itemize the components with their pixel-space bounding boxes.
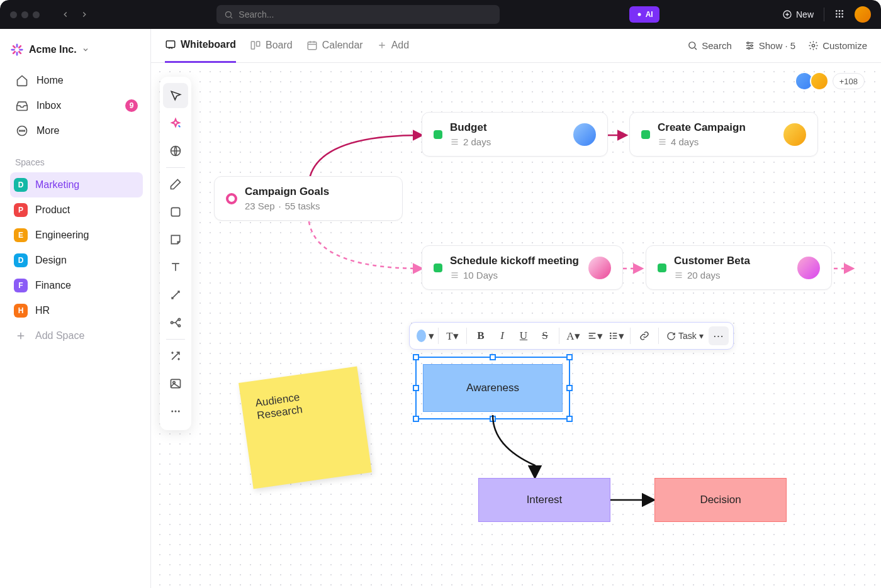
assignee-avatar[interactable] (588, 257, 611, 279)
selection[interactable]: Awareness (415, 357, 570, 419)
sliders-icon (744, 40, 755, 51)
svg-point-7 (839, 13, 841, 14)
list-button[interactable]: ▾ (606, 326, 626, 345)
card-create-campaign[interactable]: Create Campaign 4 days (629, 112, 818, 157)
view-show[interactable]: Show · 5 (744, 40, 795, 51)
svg-point-27 (171, 321, 173, 323)
font-family[interactable]: T▾ (442, 326, 463, 345)
link-button[interactable] (634, 326, 654, 345)
assignee-avatar[interactable] (783, 123, 806, 146)
underline-button[interactable]: U (513, 326, 534, 345)
italic-button[interactable]: I (492, 326, 512, 345)
svg-point-29 (178, 325, 180, 326)
gear-icon (808, 40, 819, 51)
svg-point-20 (689, 42, 695, 48)
tab-calendar[interactable]: Calendar (306, 29, 363, 63)
tool-pen[interactable] (163, 172, 188, 197)
svg-point-24 (812, 44, 815, 47)
collaborator-avatars[interactable]: +108 (799, 72, 865, 91)
shape-decision[interactable]: Decision (654, 478, 787, 522)
tool-magic[interactable] (163, 343, 188, 369)
whiteboard-canvas[interactable]: +108 Campaign Goals 23 Sep·55 (151, 63, 881, 588)
align-button[interactable]: ▾ (585, 326, 605, 345)
status-icon (434, 263, 442, 272)
tab-add[interactable]: Add (377, 29, 409, 63)
list-icon (450, 137, 459, 147)
window-controls[interactable] (10, 11, 40, 18)
nav-more[interactable]: More (10, 118, 143, 143)
logo-icon (10, 43, 24, 57)
tool-sticky[interactable] (163, 227, 188, 252)
svg-point-1 (637, 13, 641, 16)
titlebar: Search... AI New (0, 0, 881, 29)
svg-point-33 (175, 411, 177, 413)
shape-interest[interactable]: Interest (478, 478, 610, 522)
content: Whiteboard Board Calendar Add Search Sho… (151, 29, 881, 588)
space-label: Marketing (35, 179, 79, 191)
more-collaborators[interactable]: +108 (833, 73, 865, 89)
nav-forward[interactable] (75, 6, 94, 23)
apps-grid-icon[interactable] (834, 9, 845, 21)
workspace-switcher[interactable]: Acme Inc. (10, 40, 143, 68)
space-label: Finance (35, 280, 71, 291)
space-product[interactable]: PProduct (10, 197, 143, 223)
tool-connector[interactable] (163, 282, 188, 308)
tool-web[interactable] (163, 138, 188, 164)
ai-button[interactable]: AI (629, 6, 659, 23)
svg-point-35 (610, 333, 610, 333)
new-button[interactable]: New (782, 9, 814, 19)
space-marketing[interactable]: DMarketing (10, 172, 143, 197)
svg-point-37 (610, 338, 610, 338)
spaces-header: Spaces (10, 143, 143, 172)
strike-button[interactable]: S (535, 326, 555, 345)
tool-mindmap[interactable] (163, 310, 188, 335)
svg-point-23 (748, 47, 749, 49)
svg-point-13 (20, 130, 21, 131)
more-format[interactable]: ⋯ (709, 326, 729, 345)
svg-point-9 (836, 16, 838, 18)
svg-rect-16 (166, 41, 175, 48)
card-customer-beta[interactable]: Customer Beta 20 days (646, 245, 832, 290)
fill-color[interactable]: ▾ (414, 326, 434, 345)
space-label: Design (35, 255, 67, 266)
nav-home[interactable]: Home (10, 68, 143, 93)
svg-point-8 (841, 13, 843, 14)
bold-button[interactable]: B (471, 326, 491, 345)
tool-more[interactable] (163, 399, 188, 424)
view-customize[interactable]: Customize (808, 40, 867, 51)
assignee-avatar[interactable] (797, 257, 820, 279)
status-icon (641, 130, 650, 139)
tab-whiteboard[interactable]: Whiteboard (165, 29, 236, 63)
tool-image[interactable] (163, 371, 188, 396)
user-avatar[interactable] (855, 6, 871, 23)
view-search[interactable]: Search (687, 40, 732, 51)
tool-text[interactable] (163, 255, 188, 280)
tool-select[interactable] (163, 83, 188, 108)
space-hr[interactable]: HHR (10, 298, 143, 323)
global-search[interactable]: Search... (216, 5, 500, 24)
space-label: HR (35, 305, 50, 316)
convert-task[interactable]: Task ▾ (663, 326, 707, 345)
tool-ai[interactable] (163, 111, 188, 136)
space-engineering[interactable]: EEngineering (10, 223, 143, 248)
status-ring-icon (226, 193, 237, 204)
tool-shape[interactable] (163, 199, 188, 225)
tab-board[interactable]: Board (250, 29, 293, 63)
card-kickoff[interactable]: Schedule kickoff meeting 10 Days (422, 245, 623, 290)
assignee-avatar[interactable] (573, 123, 596, 146)
card-campaign-goals[interactable]: Campaign Goals 23 Sep·55 tasks (214, 176, 403, 221)
text-color[interactable]: A▾ (563, 326, 583, 345)
svg-rect-19 (308, 42, 317, 49)
nav-inbox[interactable]: Inbox 9 (10, 93, 143, 118)
list-icon (450, 270, 459, 280)
card-budget[interactable]: Budget 2 days (422, 112, 608, 157)
space-finance[interactable]: FFinance (10, 273, 143, 298)
svg-point-3 (836, 10, 838, 12)
sticky-note[interactable]: Audience Research (238, 367, 372, 489)
space-design[interactable]: DDesign (10, 248, 143, 273)
search-placeholder: Search... (238, 9, 274, 19)
nav-back[interactable] (56, 6, 75, 23)
add-space-button[interactable]: Add Space (10, 323, 143, 348)
chevron-down-icon (82, 46, 89, 53)
shape-awareness[interactable]: Awareness (423, 364, 563, 412)
